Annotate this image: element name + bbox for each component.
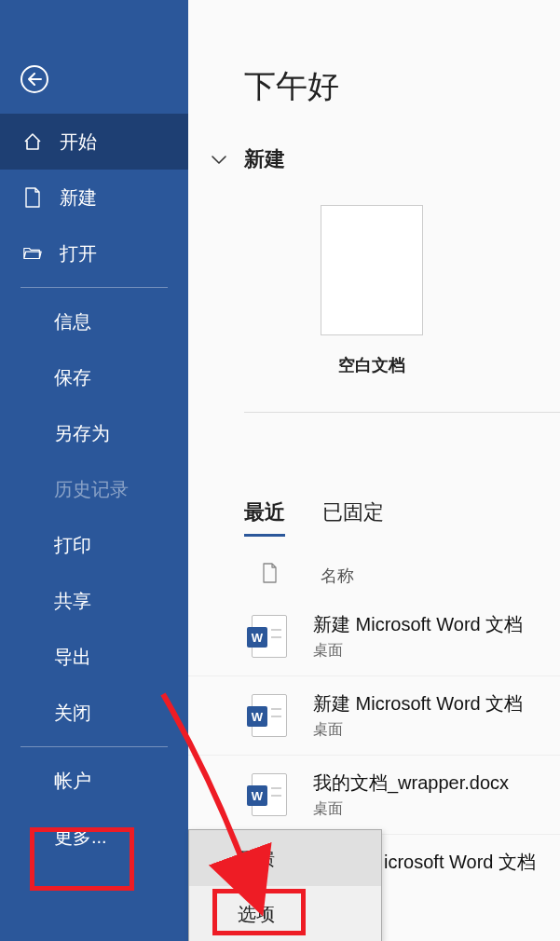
folder-open-icon: [22, 245, 43, 262]
sidebar-item-export[interactable]: 导出: [0, 629, 188, 685]
backstage-sidebar: 开始 新建 打开 信息 保存 另存为 历史记录 打印 共享 导出 关闭 帐户: [0, 0, 188, 941]
home-icon: [22, 131, 43, 152]
sidebar-label: 导出: [54, 645, 91, 670]
more-popup-menu: 反馈 选项: [188, 829, 382, 941]
template-thumbnail: [321, 205, 423, 335]
popup-item-feedback[interactable]: 反馈: [189, 830, 381, 886]
sidebar-item-start[interactable]: 开始: [0, 114, 188, 170]
section-title: 新建: [244, 145, 285, 173]
tab-recent[interactable]: 最近: [244, 498, 285, 537]
document-icon: [261, 563, 281, 588]
word-doc-icon: W: [252, 694, 287, 737]
template-blank-document[interactable]: 空白文档: [321, 205, 423, 376]
sidebar-label: 信息: [54, 309, 91, 334]
sidebar-label: 新建: [60, 185, 97, 211]
sidebar-label: 保存: [54, 365, 91, 390]
file-name: icrosoft Word 文档: [384, 850, 536, 875]
file-name: 新建 Microsoft Word 文档: [313, 612, 523, 637]
back-icon: [20, 65, 48, 93]
greeting-heading: 下午好: [188, 65, 560, 108]
sidebar-item-more[interactable]: 更多...: [0, 809, 188, 865]
sidebar-item-close[interactable]: 关闭: [0, 685, 188, 741]
sidebar-label: 共享: [54, 589, 91, 614]
sidebar-label: 帐户: [54, 769, 91, 794]
document-icon: [22, 187, 43, 208]
sidebar-divider: [20, 746, 168, 747]
file-location: 桌面: [313, 720, 523, 740]
file-name: 我的文档_wrapper.docx: [313, 771, 509, 796]
sidebar-item-info[interactable]: 信息: [0, 293, 188, 349]
word-doc-icon: W: [252, 615, 287, 658]
sidebar-item-share[interactable]: 共享: [0, 573, 188, 629]
sidebar-label: 打开: [60, 241, 97, 266]
divider: [244, 412, 560, 413]
sidebar-label: 关闭: [54, 701, 91, 726]
word-doc-icon: W: [252, 773, 287, 816]
sidebar-item-save-as[interactable]: 另存为: [0, 405, 188, 461]
recent-tabs: 最近 已固定: [188, 498, 560, 537]
chevron-down-icon: [211, 154, 227, 165]
sidebar-label: 开始: [60, 130, 97, 155]
back-button[interactable]: [0, 0, 188, 114]
main-panel: 下午好 新建 空白文档 最近 已固定 名称 W 新建 Microsoft Wor…: [188, 0, 560, 941]
sidebar-item-account[interactable]: 帐户: [0, 753, 188, 809]
tab-pinned[interactable]: 已固定: [322, 498, 384, 537]
file-location: 桌面: [313, 799, 509, 819]
sidebar-label: 打印: [54, 533, 91, 558]
template-label: 空白文档: [321, 354, 423, 376]
sidebar-item-save[interactable]: 保存: [0, 349, 188, 405]
sidebar-item-print[interactable]: 打印: [0, 517, 188, 573]
sidebar-label: 更多...: [54, 825, 107, 850]
sidebar-divider: [20, 287, 168, 288]
popup-item-options[interactable]: 选项: [189, 886, 381, 941]
column-name: 名称: [321, 565, 354, 587]
file-location: 桌面: [313, 641, 523, 661]
sidebar-label: 历史记录: [54, 477, 129, 502]
sidebar-item-new[interactable]: 新建: [0, 170, 188, 225]
sidebar-item-history: 历史记录: [0, 461, 188, 517]
file-row[interactable]: W 我的文档_wrapper.docx 桌面: [188, 756, 560, 835]
new-section-header[interactable]: 新建: [188, 145, 560, 173]
file-list-header: 名称: [188, 563, 560, 588]
sidebar-item-open[interactable]: 打开: [0, 225, 188, 281]
file-row[interactable]: W 新建 Microsoft Word 文档 桌面: [188, 597, 560, 676]
sidebar-label: 另存为: [54, 421, 110, 446]
file-row[interactable]: W 新建 Microsoft Word 文档 桌面: [188, 676, 560, 756]
file-name: 新建 Microsoft Word 文档: [313, 691, 523, 716]
